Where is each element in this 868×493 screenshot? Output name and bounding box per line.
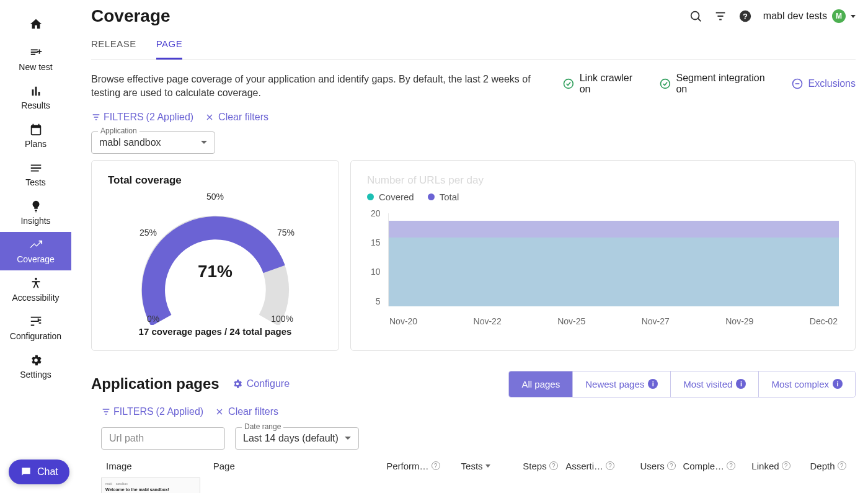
pages-clear-filters[interactable]: Clear filters [215, 406, 278, 417]
filters-count: (2 Applied) [146, 112, 194, 123]
application-select[interactable]: Application mabl sandbox [91, 131, 215, 154]
svg-point-1 [691, 12, 699, 20]
table-header: Image Page Perform…? Tests Steps? Assert… [101, 461, 856, 471]
sidebar-item-settings[interactable]: Settings [0, 347, 71, 386]
filters-toggle[interactable]: FILTERS (2 Applied) [91, 112, 193, 123]
info-icon: i [648, 379, 658, 389]
help-icon: ? [667, 461, 676, 470]
sidebar-item-results[interactable]: Results [0, 78, 71, 117]
th-complexity[interactable]: Comple…? [683, 461, 746, 471]
close-icon [205, 112, 215, 122]
th-perform[interactable]: Perform…? [386, 461, 456, 471]
sidebar-item-tests[interactable]: Tests [0, 155, 71, 193]
status-label: Link crawler on [580, 73, 645, 95]
pages-header-left: Application pages Configure [91, 375, 290, 393]
filters-count: (2 Applied) [156, 406, 204, 417]
tab-all-pages[interactable]: All pages [509, 371, 572, 397]
status-label: Segment integration on [676, 73, 777, 95]
sidebar-item-label: Accessibility [12, 293, 59, 303]
check-circle-icon [659, 78, 671, 90]
legend-swatch [428, 193, 435, 200]
chat-button[interactable]: Chat [9, 460, 69, 484]
sidebar-item-configuration[interactable]: Configuration [0, 309, 71, 347]
coverage-icon [29, 238, 43, 252]
sidebar-item-coverage[interactable]: Coverage [0, 232, 71, 270]
sidebar-item-label: Plans [25, 139, 46, 149]
svg-point-0 [35, 278, 37, 280]
help-icon[interactable]: ? [738, 9, 752, 23]
legend-label: Total [440, 192, 459, 202]
th-page[interactable]: Page [213, 461, 381, 471]
sidebar-item-home[interactable] [0, 11, 71, 40]
th-depth[interactable]: Depth? [810, 461, 851, 471]
field-label: Application [98, 127, 140, 135]
legend-total: Total [428, 192, 459, 202]
filter-icon[interactable] [714, 9, 727, 23]
field-value: mabl sandbox [99, 137, 161, 148]
tab-most-visited[interactable]: Most visited i [670, 371, 758, 397]
filters-label: FILTERS [104, 112, 144, 123]
gauge-tick: 0% [147, 314, 159, 324]
gauge-svg [110, 192, 321, 325]
filter-list-icon [91, 112, 101, 122]
chart-legend: Covered Total [367, 192, 839, 202]
search-icon[interactable] [689, 9, 702, 23]
status-segment[interactable]: Segment integration on [659, 73, 777, 95]
accessibility-icon [29, 277, 43, 290]
legend-swatch [367, 193, 374, 200]
th-users[interactable]: Users? [640, 461, 678, 471]
tab-label: All pages [521, 379, 560, 389]
status-link-crawler[interactable]: Link crawler on [562, 73, 645, 95]
tab-release[interactable]: RELEASE [91, 38, 136, 60]
page-title: Coverage [91, 6, 170, 26]
date-range-select[interactable]: Date range Last 14 days (default) [235, 427, 359, 450]
clear-filters-button[interactable]: Clear filters [205, 112, 268, 123]
settings-icon [29, 353, 43, 367]
cards-row: Total coverage 71% 0% 25% 50% 75% 100% 1 [91, 160, 856, 351]
page-thumbnail: mablsandbox Welcome to the mabl sandbox!… [101, 477, 200, 493]
th-linked[interactable]: Linked? [751, 461, 805, 471]
pages-filters-toggle[interactable]: FILTERS (2 Applied) [101, 406, 203, 417]
sidebar-item-insights[interactable]: Insights [0, 193, 71, 232]
thumb-header: mablsandbox [105, 482, 196, 486]
sidebar-item-label: Settings [20, 370, 51, 380]
chat-label: Chat [37, 466, 58, 477]
status-exclusions[interactable]: Exclusions [791, 78, 856, 90]
url-path-input[interactable]: Url path [101, 427, 225, 450]
configure-label: Configure [247, 378, 290, 389]
urls-per-day-card: Number of URLs per day Covered Total 20 … [350, 160, 856, 351]
tab-newest-pages[interactable]: Newest pages i [572, 371, 670, 397]
sidebar-item-new-test[interactable]: New test [0, 40, 71, 78]
sidebar-item-label: Tests [25, 177, 46, 187]
svg-text:?: ? [743, 12, 748, 21]
section-title: Application pages [91, 375, 219, 393]
th-tests[interactable]: Tests [461, 461, 518, 471]
field-label: Date range [242, 422, 283, 431]
x-tick: Nov-25 [557, 316, 585, 326]
sidebar-item-accessibility[interactable]: Accessibility [0, 270, 71, 309]
y-tick: 15 [371, 238, 381, 247]
gauge-summary: 17 coverage pages / 24 total pages [108, 326, 322, 337]
minus-circle-icon [791, 78, 804, 90]
card-title: Number of URLs per day [367, 174, 839, 187]
chevron-down-icon [201, 141, 207, 144]
configuration-icon [29, 315, 43, 329]
sidebar-item-plans[interactable]: Plans [0, 117, 71, 155]
tab-most-complex[interactable]: Most complex i [758, 371, 855, 397]
user-menu[interactable]: mabl dev tests M [763, 9, 856, 23]
info-row: Browse effective page coverage of your a… [91, 73, 856, 100]
check-circle-icon [562, 78, 575, 90]
x-tick: Nov-27 [642, 316, 670, 326]
clear-filters-label: Clear filters [218, 112, 268, 123]
sidebar-item-label: Insights [20, 216, 50, 226]
x-tick: Nov-22 [474, 316, 502, 326]
th-steps[interactable]: Steps? [523, 461, 560, 471]
configure-button[interactable]: Configure [232, 378, 290, 389]
th-assertions[interactable]: Asserti…? [565, 461, 635, 471]
clear-label: Clear filters [228, 406, 278, 417]
table-row[interactable]: mablsandbox Welcome to the mabl sandbox!… [101, 477, 856, 493]
tab-page[interactable]: PAGE [156, 38, 183, 60]
page-description: Browse effective page coverage of your a… [91, 73, 562, 100]
gauge-tick: 50% [206, 192, 224, 202]
th-image[interactable]: Image [106, 461, 208, 471]
